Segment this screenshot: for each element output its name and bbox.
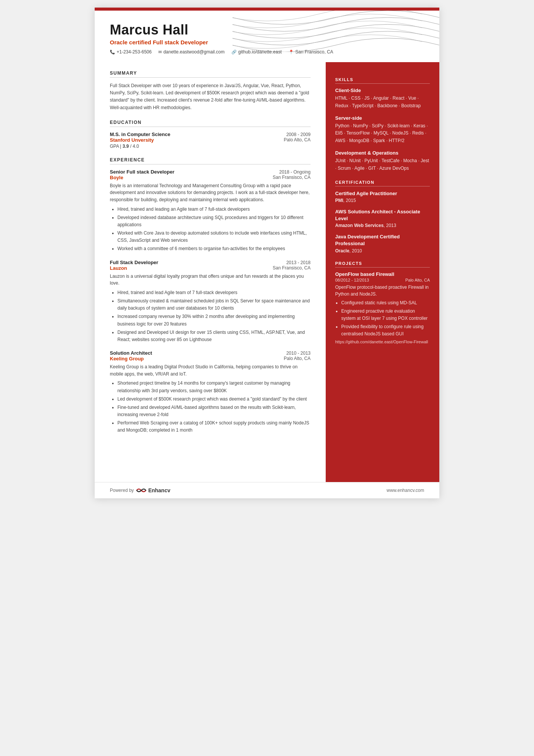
bullet-item: Designed and Developed UI design for ove… <box>117 329 311 343</box>
exp-header-2: Solution Architect 2010 - 2013 <box>110 350 311 356</box>
summary-title: SUMMARY <box>110 70 311 78</box>
edu-gpa: GPA | 3.9 / 4.0 <box>110 144 311 149</box>
bullet-item: Shortened project timeline by 14 months … <box>117 380 311 394</box>
cert-issuer-0: PMI, 2015 <box>335 198 430 203</box>
skill-text-1: Python · NumPy · SciPy · Scikit-learn · … <box>335 122 430 145</box>
exp-dates-1: 2013 - 2018 <box>286 260 311 265</box>
certification-title: CERTIFICATION <box>335 180 430 186</box>
cert-issuer-1: Amazon Web Services, 2013 <box>335 223 430 228</box>
exp-desc-0: Boyle is an international Technology and… <box>110 182 311 203</box>
bullet-item: Simultaneously created & maintained sche… <box>117 297 311 312</box>
edu-school: Stanford Unversity <box>110 137 154 143</box>
email-contact: ✉ danette.eastwood@gmail.com <box>158 49 225 55</box>
edu-meta: Stanford Unversity Palo Alto, CA <box>110 137 311 143</box>
exp-company-1: Lauzon <box>110 265 127 271</box>
wave-decoration <box>233 11 439 56</box>
phone-contact: 📞 +1-234-253-6506 <box>110 49 151 55</box>
header-section: Marcus Hall Oracle certified Full stack … <box>95 11 439 62</box>
project-title-0: OpenFlow based Firewall <box>335 271 430 277</box>
skill-cat-title-0: Client-Side <box>335 88 430 93</box>
cert-title-0: Certified Agile Practitioner <box>335 190 430 197</box>
exp-bullets-0: Hired, trained and leading an Agile team… <box>110 206 311 253</box>
experience-section: EXPERIENCE Senior Full stack Developer 2… <box>110 157 311 434</box>
cert-entry-0: Certified Agile Practitioner PMI, 2015 <box>335 190 430 203</box>
bullet-item: Led development of $500K research projec… <box>117 396 311 403</box>
education-entry: M.S. in Computer Science 2008 - 2009 Sta… <box>110 131 311 149</box>
bullet-item: Hired, trained and leading an Agile team… <box>117 206 311 213</box>
exp-job-title-1: Full Stack Developer <box>110 260 158 265</box>
project-bullet: Configured static rules using MD-SAL <box>341 299 430 307</box>
exp-bullets-2: Shortened project timeline by 14 months … <box>110 380 311 434</box>
exp-job-title-0: Senior Full stack Developer <box>110 169 175 175</box>
right-column: SKILLS Client-Side HTML · CSS · JS · Ang… <box>326 62 439 482</box>
skill-client-side: Client-Side HTML · CSS · JS · Angular · … <box>335 88 430 110</box>
email-icon: ✉ <box>158 50 162 55</box>
experience-entry-1: Full Stack Developer 2013 - 2018 Lauzon … <box>110 260 311 344</box>
exp-desc-1: Lauzon is a universal digital loyalty pr… <box>110 273 311 287</box>
skill-text-0: HTML · CSS · JS · Angular · React · Vue … <box>335 95 430 110</box>
footer-website: www.enhancv.com <box>387 488 424 493</box>
phone-icon: 📞 <box>110 50 115 55</box>
skill-text-2: JUnit · NUnit · PyUnit · TestCafe · Moch… <box>335 157 430 172</box>
top-bar <box>95 8 439 11</box>
exp-meta-0: Boyle San Fransisco, CA <box>110 175 311 180</box>
bullet-item: Worked with Core Java to develop automat… <box>117 230 311 244</box>
cert-title-1: AWS Solutions Architect - Associate Leve… <box>335 208 430 222</box>
skills-title: SKILLS <box>335 77 430 84</box>
resume-container: Marcus Hall Oracle certified Full stack … <box>95 8 439 498</box>
skills-section: SKILLS Client-Side HTML · CSS · JS · Ang… <box>335 77 430 172</box>
project-desc-0: OpenFlow protocol-based proactive Firewa… <box>335 284 430 297</box>
project-bullet: Engineered proactive rule evaluation sys… <box>341 308 430 322</box>
projects-section: PROJECTS OpenFlow based Firewall 08/2012… <box>335 261 430 344</box>
exp-meta-2: Keeling Group Palo Alto, CA <box>110 356 311 362</box>
bullet-item: Developed indexed database architecture … <box>117 214 311 229</box>
enhancv-logo: Enhancv <box>136 487 170 494</box>
powered-by: Powered by Enhancv <box>110 487 170 494</box>
exp-location-0: San Fransisco, CA <box>273 175 311 180</box>
experience-entry-2: Solution Architect 2010 - 2013 Keeling G… <box>110 350 311 434</box>
exp-desc-2: Keeling Group is a leading Digital Produ… <box>110 363 311 377</box>
edu-header: M.S. in Computer Science 2008 - 2009 <box>110 131 311 137</box>
project-entry-0: OpenFlow based Firewall 08/2012 - 12/201… <box>335 271 430 344</box>
skill-cat-title-2: Development & Operations <box>335 150 430 156</box>
project-meta-0: 08/2012 - 12/2013 Palo Alto, CA <box>335 278 430 282</box>
education-section: EDUCATION M.S. in Computer Science 2008 … <box>110 120 311 149</box>
projects-title: PROJECTS <box>335 261 430 268</box>
exp-location-1: San Fransisco, CA <box>273 265 311 271</box>
bullet-item: Performed Web Scraping over a catalog of… <box>117 419 311 434</box>
cert-entry-2: Java Development Certified Professional … <box>335 233 430 253</box>
cert-entry-1: AWS Solutions Architect - Associate Leve… <box>335 208 430 228</box>
bullet-item: Fine-tuned and developed AI/ML-based alg… <box>117 404 311 418</box>
edu-location: Palo Alto, CA <box>284 137 311 143</box>
skill-cat-title-1: Server-side <box>335 115 430 121</box>
exp-location-2: Palo Alto, CA <box>284 356 311 362</box>
bullet-item: Worked with a committee of 6 members to … <box>117 245 311 252</box>
exp-job-title-2: Solution Architect <box>110 350 152 356</box>
edu-dates: 2008 - 2009 <box>286 132 311 137</box>
exp-company-2: Keeling Group <box>110 356 144 362</box>
exp-dates-0: 2018 - Ongoing <box>279 169 311 175</box>
project-bullets-0: Configured static rules using MD-SAL Eng… <box>335 299 430 338</box>
bullet-item: Hired, trained and lead Agile team of 7 … <box>117 289 311 296</box>
cert-issuer-2: Oracle, 2010 <box>335 248 430 254</box>
exp-bullets-1: Hired, trained and lead Agile team of 7 … <box>110 289 311 343</box>
summary-section: SUMMARY Full Stack Developer with over 1… <box>110 70 311 111</box>
experience-title: EXPERIENCE <box>110 157 311 164</box>
experience-entry-0: Senior Full stack Developer 2018 - Ongoi… <box>110 169 311 253</box>
left-column: SUMMARY Full Stack Developer with over 1… <box>95 62 326 482</box>
exp-meta-1: Lauzon San Fransisco, CA <box>110 265 311 271</box>
exp-company-0: Boyle <box>110 175 123 180</box>
bullet-item: Increased company revenue by 30% within … <box>117 313 311 327</box>
summary-text: Full Stack Developer with over 10 years … <box>110 82 311 111</box>
footer: Powered by Enhancv www.enhancv.com <box>95 482 439 498</box>
exp-header-1: Full Stack Developer 2013 - 2018 <box>110 260 311 265</box>
exp-dates-2: 2010 - 2013 <box>286 351 311 356</box>
main-content: SUMMARY Full Stack Developer with over 1… <box>95 62 439 482</box>
project-link-0: https://github.com/danette.east/OpenFlow… <box>335 340 430 344</box>
exp-header-0: Senior Full stack Developer 2018 - Ongoi… <box>110 169 311 175</box>
skill-devops: Development & Operations JUnit · NUnit ·… <box>335 150 430 172</box>
edu-degree: M.S. in Computer Science <box>110 131 170 137</box>
education-title: EDUCATION <box>110 120 311 127</box>
cert-title-2: Java Development Certified Professional <box>335 233 430 247</box>
project-bullet: Provided flexibility to configure rule u… <box>341 323 430 338</box>
